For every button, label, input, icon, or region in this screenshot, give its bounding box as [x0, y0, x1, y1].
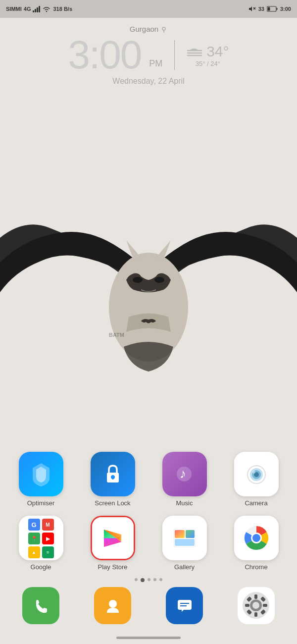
music-icon-wrapper: ♪ — [162, 452, 207, 496]
app-gallery[interactable]: Gallery — [155, 516, 214, 571]
speed-text: 318 B/s — [53, 6, 72, 12]
chrome-icon-wrapper — [234, 516, 279, 560]
google-icon-wrapper: G M 📍 ▶ ▲ ≡ — [19, 516, 63, 560]
sheets-icon: ≡ — [42, 546, 54, 558]
gallery-icon — [162, 516, 207, 560]
status-right: 33 3:00 — [248, 5, 291, 12]
drive-icon: ▲ — [28, 546, 40, 558]
svg-rect-41 — [245, 604, 249, 607]
phone-icon — [22, 587, 59, 624]
dot-0 — [135, 578, 138, 581]
svg-point-14 — [154, 277, 164, 283]
dot-3 — [153, 578, 156, 581]
svg-point-26 — [252, 471, 255, 474]
svg-text:BATM: BATM — [109, 332, 124, 338]
svg-rect-28 — [175, 530, 185, 538]
svg-point-13 — [133, 277, 143, 283]
svg-point-48 — [252, 602, 259, 609]
dot-4 — [159, 578, 162, 581]
dot-2 — [148, 578, 150, 581]
dock — [0, 587, 297, 624]
bar1 — [33, 10, 34, 12]
settings-icon — [238, 587, 275, 624]
clock-pm: PM — [149, 58, 162, 69]
clock-area: Gurgaon 3:00 PM 34° 35° / 24° Wednesday,… — [0, 25, 297, 86]
app-row-2: G M 📍 ▶ ▲ ≡ Google — [5, 516, 292, 571]
location-line: Gurgaon — [0, 25, 297, 33]
svg-rect-40 — [254, 612, 257, 617]
app-row-1: Optimiser Screen Lock — [5, 452, 292, 507]
network-type: 4G — [24, 6, 31, 12]
play-store-icon — [92, 517, 134, 559]
battery-icon — [267, 6, 278, 12]
play-store-label: Play Store — [98, 563, 128, 571]
messages-icon — [166, 587, 203, 624]
svg-rect-42 — [263, 604, 267, 607]
music-label: Music — [176, 499, 193, 507]
weather-range: 35° / 24° — [196, 60, 220, 67]
camera-icon-wrapper — [234, 452, 279, 496]
weather-icon — [187, 46, 204, 57]
gmail-icon: M — [42, 519, 54, 531]
carrier-text: SIMMI — [6, 6, 22, 12]
dock-contacts[interactable] — [88, 587, 138, 624]
home-indicator[interactable] — [116, 637, 181, 639]
svg-point-33 — [252, 534, 260, 542]
svg-rect-29 — [186, 530, 195, 538]
optimiser-icon — [19, 452, 63, 496]
music-icon: ♪ — [162, 452, 207, 496]
bar3 — [37, 7, 38, 12]
clock-date: Wednesday, 22 April — [0, 77, 297, 86]
dock-messages[interactable] — [160, 587, 209, 624]
app-camera[interactable]: Camera — [227, 452, 286, 507]
location-text: Gurgaon — [130, 25, 158, 33]
time-display: 3:00 — [280, 6, 291, 12]
app-screen-lock[interactable]: Screen Lock — [83, 452, 143, 507]
bar4 — [39, 6, 40, 12]
wifi-icon — [42, 5, 51, 12]
camera-label: Camera — [245, 499, 267, 507]
youtube-icon: ▶ — [42, 533, 54, 544]
app-google[interactable]: G M 📍 ▶ ▲ ≡ Google — [11, 516, 71, 571]
page-dots — [0, 578, 297, 582]
status-left: SIMMI 4G 318 B/s — [6, 5, 72, 12]
google-icon: G M 📍 ▶ ▲ ≡ — [19, 516, 63, 560]
clock-divider — [174, 40, 175, 70]
camera-icon — [234, 452, 279, 496]
mute-icon — [248, 5, 256, 12]
app-play-store[interactable]: Play Store — [83, 516, 143, 571]
dock-phone[interactable] — [16, 587, 66, 624]
signal-bars — [33, 5, 40, 12]
svg-rect-30 — [175, 539, 195, 546]
location-icon — [160, 26, 167, 33]
clock-time: 3:00 — [68, 35, 141, 75]
svg-rect-3 — [276, 8, 277, 10]
svg-rect-35 — [178, 600, 192, 610]
app-music[interactable]: ♪ Music — [155, 452, 214, 507]
batman-illustration: BATM — [0, 188, 297, 376]
contacts-icon — [94, 587, 131, 624]
svg-point-34 — [109, 600, 117, 608]
screen-lock-icon — [91, 452, 135, 496]
dock-settings[interactable] — [232, 587, 281, 624]
google-g-icon: G — [28, 519, 40, 531]
svg-point-5 — [162, 27, 165, 30]
bar2 — [35, 9, 36, 12]
optimiser-label: Optimiser — [27, 499, 55, 507]
maps-icon: 📍 — [28, 533, 40, 544]
app-chrome[interactable]: Chrome — [227, 516, 286, 571]
weather-info: 34° 35° / 24° — [187, 43, 229, 67]
google-label: Google — [31, 563, 51, 571]
battery-text: 33 — [258, 6, 264, 12]
svg-rect-39 — [254, 594, 257, 599]
app-optimiser[interactable]: Optimiser — [11, 452, 71, 507]
svg-rect-4 — [267, 7, 270, 11]
play-store-icon-wrapper — [91, 516, 135, 560]
dot-1 — [141, 578, 145, 582]
svg-text:♪: ♪ — [180, 466, 186, 481]
app-grid: Optimiser Screen Lock — [0, 452, 297, 580]
chrome-icon — [234, 516, 279, 560]
clock-row: 3:00 PM 34° 35° / 24° — [0, 35, 297, 75]
screen-lock-label: Screen Lock — [95, 499, 130, 507]
gallery-icon-wrapper — [162, 516, 207, 560]
